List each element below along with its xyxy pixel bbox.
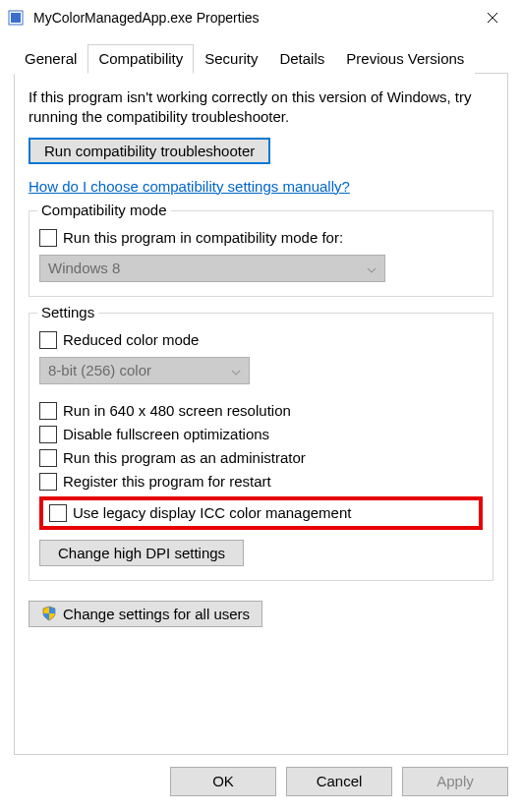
run-640x480-label: Run in 640 x 480 screen resolution bbox=[63, 402, 291, 419]
tab-compatibility[interactable]: Compatibility bbox=[87, 44, 194, 74]
shield-icon bbox=[41, 606, 57, 621]
compat-mode-select-value: Windows 8 bbox=[48, 260, 120, 276]
disable-fullscreen-checkbox[interactable] bbox=[39, 426, 57, 443]
color-mode-select[interactable]: 8-bit (256) color bbox=[39, 357, 250, 384]
close-button[interactable] bbox=[471, 2, 514, 33]
tab-security[interactable]: Security bbox=[194, 44, 268, 74]
run-troubleshooter-button[interactable]: Run compatibility troubleshooter bbox=[29, 138, 270, 164]
apply-button[interactable]: Apply bbox=[402, 767, 508, 796]
compatibility-panel: If this program isn't working correctly … bbox=[14, 74, 508, 755]
chevron-down-icon bbox=[367, 260, 377, 276]
compat-mode-checkbox[interactable] bbox=[39, 229, 57, 247]
register-restart-checkbox[interactable] bbox=[39, 473, 57, 491]
compat-mode-select[interactable]: Windows 8 bbox=[39, 255, 385, 282]
run-640x480-checkbox[interactable] bbox=[39, 402, 57, 420]
help-link[interactable]: How do I choose compatibility settings m… bbox=[29, 178, 350, 195]
window-title: MyColorManagedApp.exe Properties bbox=[33, 10, 471, 26]
tab-strip: General Compatibility Security Details P… bbox=[14, 43, 508, 74]
ok-button[interactable]: OK bbox=[170, 767, 276, 796]
register-restart-label: Register this program for restart bbox=[63, 473, 271, 490]
settings-legend: Settings bbox=[37, 304, 98, 320]
compatibility-mode-group: Compatibility mode Run this program in c… bbox=[29, 210, 493, 297]
titlebar: MyColorManagedApp.exe Properties bbox=[0, 0, 522, 35]
cancel-button[interactable]: Cancel bbox=[286, 767, 392, 796]
all-users-label: Change settings for all users bbox=[63, 606, 250, 622]
legacy-icc-checkbox[interactable] bbox=[49, 504, 67, 522]
tabs-container: General Compatibility Security Details P… bbox=[0, 35, 522, 74]
legacy-icc-label: Use legacy display ICC color management bbox=[73, 504, 351, 521]
reduced-color-label: Reduced color mode bbox=[63, 331, 199, 348]
close-icon bbox=[487, 12, 498, 24]
change-dpi-button[interactable]: Change high DPI settings bbox=[39, 540, 244, 566]
chevron-down-icon bbox=[231, 362, 241, 378]
legacy-icc-highlight: Use legacy display ICC color management bbox=[39, 496, 483, 530]
compat-mode-legend: Compatibility mode bbox=[37, 202, 171, 218]
intro-text: If this program isn't working correctly … bbox=[29, 87, 493, 128]
tab-previous-versions[interactable]: Previous Versions bbox=[335, 44, 475, 74]
run-as-admin-label: Run this program as an administrator bbox=[63, 449, 306, 466]
reduced-color-checkbox[interactable] bbox=[39, 331, 57, 349]
disable-fullscreen-label: Disable fullscreen optimizations bbox=[63, 426, 269, 442]
dialog-footer: OK Cancel Apply bbox=[0, 755, 522, 808]
tab-general[interactable]: General bbox=[14, 44, 87, 74]
settings-group: Settings Reduced color mode 8-bit (256) … bbox=[29, 313, 493, 581]
svg-rect-1 bbox=[11, 13, 21, 23]
run-as-admin-checkbox[interactable] bbox=[39, 449, 57, 467]
tab-details[interactable]: Details bbox=[268, 44, 335, 74]
color-mode-select-value: 8-bit (256) color bbox=[48, 362, 151, 378]
app-icon bbox=[8, 10, 24, 26]
compat-mode-label: Run this program in compatibility mode f… bbox=[63, 229, 343, 246]
change-settings-all-users-button[interactable]: Change settings for all users bbox=[29, 601, 262, 627]
